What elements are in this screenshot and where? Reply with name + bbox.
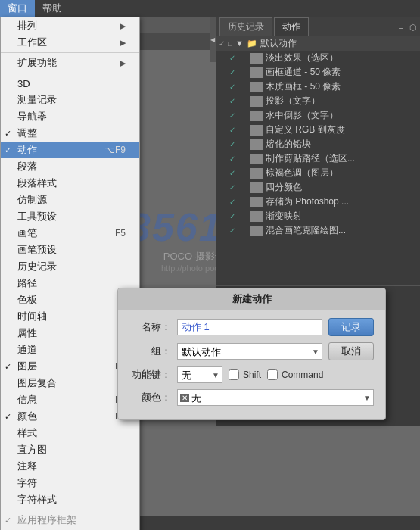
- color-label: 颜色：: [129, 391, 171, 404]
- menu-item-help[interactable]: 帮助: [35, 0, 70, 17]
- window-dropdown-menu: 排列 ▶ 工作区 ▶ 扩展功能 ▶ 3D 测量记录 导航器 ✓ 调整: [0, 17, 140, 530]
- dialog-hotkey-row: 功能键： 无 ▼ Shift Command: [129, 366, 374, 383]
- menu-item-actions[interactable]: ✓ 动作 ⌥F9: [1, 142, 139, 158]
- list-item[interactable]: ✓ 四分颜色: [216, 180, 420, 195]
- tab-actions[interactable]: 动作: [274, 17, 309, 36]
- menu-item-label: 导航器: [17, 110, 47, 123]
- check-icon: ✓: [229, 97, 240, 105]
- group-arrow-icon: ▼: [235, 39, 244, 48]
- menu-item-label: 路径: [17, 276, 37, 290]
- action-icon: [250, 125, 263, 136]
- menu-item-adjust[interactable]: ✓ 调整: [1, 125, 139, 142]
- action-icon: [250, 182, 263, 193]
- menu-item-histogram[interactable]: 直方图: [1, 441, 139, 458]
- menu-item-measure[interactable]: 测量记录: [1, 92, 139, 108]
- tab-history[interactable]: 历史记录: [219, 17, 272, 36]
- submenu-arrow-icon: ▶: [120, 38, 126, 48]
- color-select[interactable]: 无: [177, 389, 374, 406]
- check-icon: ✓: [229, 198, 240, 206]
- list-item[interactable]: ✓ 投影（文字）: [216, 94, 420, 108]
- check-icon: ✓: [229, 169, 240, 177]
- menu-item-label: 测量记录: [17, 93, 57, 107]
- action-icon: [250, 197, 263, 207]
- menu-item-3d[interactable]: 3D: [1, 75, 139, 92]
- menu-item-label: 画笔: [17, 226, 37, 240]
- hotkey-label: 功能键：: [129, 368, 171, 382]
- check-icon: ✓: [5, 145, 11, 155]
- menu-item-brush[interactable]: 画笔 F5: [1, 225, 139, 242]
- menu-item-notes[interactable]: 注释: [1, 458, 139, 475]
- shift-checkbox[interactable]: [229, 369, 239, 380]
- menu-item-label: 仿制源: [17, 193, 47, 207]
- menu-item-label: 时间轴: [17, 310, 47, 323]
- menu-item-tool-preset[interactable]: 工具预设: [1, 208, 139, 225]
- hotkey-select[interactable]: 无: [177, 366, 222, 383]
- menu-item-label: 排列: [17, 19, 37, 33]
- menu-item-window[interactable]: 窗口: [0, 0, 35, 17]
- check-icon: ✓: [5, 412, 11, 422]
- group-folder-icon: 📁: [247, 39, 257, 48]
- list-item[interactable]: ✓ 制作剪贴路径（选区...: [216, 151, 420, 166]
- panel-expand-icon[interactable]: ⬡: [406, 20, 420, 36]
- list-item[interactable]: ✓ 淡出效果（选区）: [216, 51, 420, 65]
- check-icon: ✓: [229, 68, 240, 76]
- menu-item-character-style[interactable]: 字符样式: [1, 491, 139, 508]
- record-button[interactable]: 记录: [328, 318, 374, 336]
- menu-item-character[interactable]: 字符: [1, 475, 139, 491]
- menu-item-label: 字符样式: [17, 493, 57, 507]
- group-label: 组：: [129, 344, 171, 358]
- menu-item-label: 注释: [17, 460, 37, 473]
- list-item[interactable]: ✓ 熔化的铅块: [216, 137, 420, 151]
- list-item[interactable]: ✓ 棕褐色调（图层）: [216, 166, 420, 180]
- list-item[interactable]: ✓ 渐变映射: [216, 209, 420, 223]
- menu-item-workspace[interactable]: 工作区 ▶: [1, 34, 139, 51]
- list-item[interactable]: ✓ 木质画框 - 50 像素: [216, 80, 420, 94]
- menu-item-history[interactable]: 历史记录: [1, 258, 139, 275]
- panel-collapse[interactable]: ◀: [210, 17, 216, 62]
- menu-item-label: 调整: [17, 126, 37, 140]
- menu-item-paragraph-style[interactable]: 段落样式: [1, 175, 139, 192]
- list-item[interactable]: ✓ 画框通道 - 50 像素: [216, 65, 420, 80]
- group-check: ✓: [219, 39, 225, 48]
- menu-item-paragraph[interactable]: 段落: [1, 158, 139, 175]
- actions-group-header[interactable]: ✓ □ ▼ 📁 默认动作: [216, 36, 420, 51]
- menu-item-clone-source[interactable]: 仿制源: [1, 192, 139, 208]
- list-item[interactable]: ✓ 存储为 Photoshop ...: [216, 195, 420, 209]
- menu-item-app-frame[interactable]: ✓ 应用程序框架: [1, 512, 139, 528]
- dialog-name-row: 名称： 记录: [129, 318, 374, 336]
- menu-item-label: 属性: [17, 326, 37, 340]
- action-icon: [250, 96, 263, 107]
- color-select-wrapper: 无 ✕ ▼: [177, 389, 374, 406]
- group-select[interactable]: 默认动作: [177, 343, 322, 360]
- menu-item-navigator[interactable]: 导航器: [1, 108, 139, 125]
- menu-item-label: 样式: [17, 426, 37, 440]
- menu-item-label: 信息: [17, 393, 37, 407]
- list-item[interactable]: ✓ 自定义 RGB 到灰度: [216, 123, 420, 137]
- name-input[interactable]: [177, 319, 322, 335]
- menu-item-styles[interactable]: 样式: [1, 425, 139, 441]
- action-icon: [250, 53, 263, 64]
- menu-item-label: 扩展功能: [17, 56, 57, 70]
- hotkey-select-wrapper: 无 ▼: [177, 366, 222, 383]
- menu-item-extensions[interactable]: 扩展功能 ▶: [1, 55, 139, 71]
- actions-list: ✓ □ ▼ 📁 默认动作 ✓ 淡出效果（选区） ✓ 画框通道 - 50 像素 ✓…: [216, 36, 420, 285]
- check-icon: ✓: [229, 83, 240, 91]
- dialog-color-row: 颜色： 无 ✕ ▼: [129, 389, 374, 406]
- command-checkbox[interactable]: [267, 369, 278, 380]
- group-dialog-icon: □: [228, 39, 232, 48]
- menu-item-label: 色板: [17, 293, 37, 307]
- menu-item-label: 颜色: [17, 410, 37, 423]
- color-x-badge: ✕: [180, 394, 189, 402]
- check-icon: ✓: [229, 140, 240, 148]
- menu-item-brush-preset[interactable]: 画笔预设: [1, 242, 139, 258]
- menu-item-label: 动作: [17, 143, 37, 157]
- menu-divider: [1, 510, 139, 510]
- action-icon: [250, 67, 263, 78]
- panel-menu-icon[interactable]: ≡: [396, 20, 406, 36]
- cancel-button[interactable]: 取消: [328, 342, 374, 360]
- list-item[interactable]: ✓ 水中倒影（文字）: [216, 108, 420, 123]
- dialog-title: 新建动作: [118, 288, 385, 310]
- menu-item-arrange[interactable]: 排列 ▶: [1, 17, 139, 34]
- menu-item-label: 画笔预设: [17, 243, 57, 257]
- list-item[interactable]: ✓ 混合画笔克隆绘图...: [216, 223, 420, 238]
